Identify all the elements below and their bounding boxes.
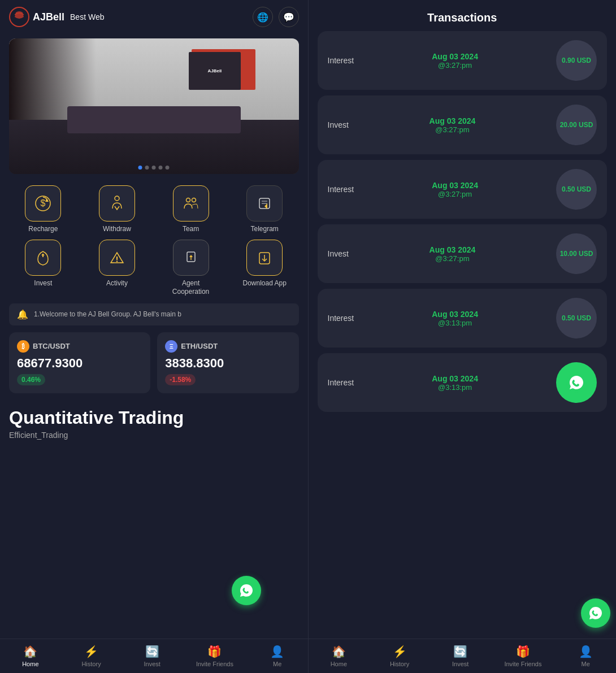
transactions-title: Transactions: [309, 0, 617, 31]
btc-change: 0.46%: [17, 374, 45, 385]
svg-point-4: [115, 196, 119, 201]
tx-left-4: Invest: [328, 249, 349, 258]
right-invest-icon: 🔄: [453, 645, 467, 658]
invest-nav-icon: 🔄: [145, 645, 159, 658]
globe-icon: 🌐: [257, 12, 268, 23]
chat-icon: 💬: [283, 12, 294, 23]
left-nav-me[interactable]: 👤 Me: [261, 645, 294, 667]
tx-date-4: Aug 03 2024: [430, 245, 476, 254]
right-nav-me[interactable]: 👤 Me: [569, 645, 602, 667]
svg-marker-3: [45, 198, 49, 202]
whatsapp-icon-right: [587, 604, 605, 622]
tx-type-5: Interest: [328, 314, 354, 323]
dot-5[interactable]: [166, 166, 170, 170]
banner: AJBell AJBell: [9, 38, 299, 174]
agent-cooperation-label: Agent Cooperation: [172, 279, 209, 297]
whatsapp-float-right[interactable]: [581, 598, 610, 628]
banner-aj-text: AJBell: [207, 68, 222, 73]
history-label: History: [81, 661, 101, 667]
tx-type-1: Interest: [328, 56, 354, 65]
tx-amount-2: 20.00 USD: [556, 105, 597, 145]
tx-left-1: Interest: [328, 56, 354, 65]
dot-4[interactable]: [159, 166, 163, 170]
right-nav-history[interactable]: ⚡ History: [383, 645, 417, 667]
activity-label: Activity: [106, 279, 128, 288]
transactions-list: Interest Aug 03 2024 @3:27:pm 0.90 USD I…: [309, 31, 617, 639]
btc-card[interactable]: ₿ BTC/USDT 68677.9300 0.46%: [9, 332, 150, 393]
tx-time-1: @3:27:pm: [432, 61, 478, 70]
quant-section: Quantitative Trading Efficient_Trading: [0, 400, 308, 639]
action-recharge[interactable]: $ Recharge: [9, 185, 77, 234]
svg-text:$: $: [41, 198, 46, 208]
withdraw-label: Withdraw: [103, 225, 131, 234]
btc-icon: ₿: [17, 340, 29, 353]
svg-marker-13: [189, 255, 193, 257]
activity-icon: [99, 240, 135, 276]
action-download-app[interactable]: Download App: [231, 240, 299, 297]
tx-time-5: @3:13:pm: [432, 319, 478, 327]
action-invest[interactable]: Invest: [9, 240, 77, 297]
action-withdraw[interactable]: Withdraw: [83, 185, 151, 234]
left-nav-invest[interactable]: 🔄 Invest: [135, 645, 169, 667]
history-icon: ⚡: [84, 645, 98, 658]
tx-date-2: Aug 03 2024: [430, 116, 476, 125]
svg-point-5: [186, 198, 190, 202]
btc-price: 68677.9300: [17, 356, 142, 371]
globe-button[interactable]: 🌐: [253, 7, 273, 27]
actions-grid: $ Recharge Withdraw: [0, 179, 308, 303]
recharge-icon: $: [25, 185, 61, 222]
home-label: Home: [22, 661, 38, 667]
right-bottom-nav: 🏠 Home ⚡ History 🔄 Invest 🎁 Invite Frien…: [309, 639, 617, 673]
tx-middle-2: Aug 03 2024 @3:27:pm: [430, 116, 476, 134]
tx-date-3: Aug 03 2024: [432, 181, 478, 190]
tx-type-6: Interest: [328, 378, 354, 387]
banner-dots: [138, 166, 170, 170]
left-nav-invite[interactable]: 🎁 Invite Friends: [196, 645, 233, 667]
invest-nav-label: Invest: [144, 661, 160, 667]
chat-button[interactable]: 💬: [279, 7, 299, 27]
right-history-icon: ⚡: [393, 645, 407, 658]
tx-left-3: Interest: [328, 185, 354, 194]
action-telegram[interactable]: Telegram: [231, 185, 299, 234]
invest-icon: [25, 240, 61, 276]
right-invite-label: Invite Friends: [504, 661, 541, 667]
team-icon: [173, 185, 209, 222]
whatsapp-float-left[interactable]: [232, 576, 261, 605]
right-nav-home[interactable]: 🏠 Home: [322, 645, 355, 667]
left-nav-home[interactable]: 🏠 Home: [14, 645, 47, 667]
action-activity[interactable]: Activity: [83, 240, 151, 297]
tx-amount-4: 10.00 USD: [556, 233, 597, 274]
dot-2[interactable]: [145, 166, 149, 170]
announcement-text: 1.Welcome to the AJ Bell Group. AJ Bell'…: [34, 310, 181, 318]
right-me-icon: 👤: [579, 645, 593, 658]
withdraw-icon: [99, 185, 135, 222]
left-bottom-nav: 🏠 Home ⚡ History 🔄 Invest 🎁 Invite Frien…: [0, 639, 308, 673]
invite-label: Invite Friends: [196, 661, 233, 667]
brand-name: AJBell: [33, 11, 64, 23]
tx-amount-3: 0.50 USD: [556, 169, 597, 210]
tx-date-1: Aug 03 2024: [432, 52, 478, 61]
transaction-item: Interest Aug 03 2024 @3:13:pm: [318, 353, 608, 412]
tx-amount-1: 0.90 USD: [556, 40, 597, 81]
right-nav-invite[interactable]: 🎁 Invite Friends: [504, 645, 541, 667]
dot-1[interactable]: [138, 166, 142, 170]
right-nav-invest[interactable]: 🔄 Invest: [444, 645, 478, 667]
tx-middle-5: Aug 03 2024 @3:13:pm: [432, 310, 478, 327]
dot-3[interactable]: [152, 166, 156, 170]
telegram-label: Telegram: [251, 225, 279, 234]
download-app-label: Download App: [242, 279, 286, 288]
eth-card[interactable]: Ξ ETH/USDT 3838.8300 -1.58%: [157, 332, 298, 393]
transaction-item: Invest Aug 03 2024 @3:27:pm 10.00 USD: [318, 224, 608, 283]
tx-time-3: @3:27:pm: [432, 190, 478, 198]
logo-icon: [9, 7, 29, 27]
banner-interior: AJBell AJBell: [9, 38, 299, 174]
tx-left-6: Interest: [328, 378, 354, 387]
right-history-label: History: [390, 661, 409, 667]
action-team[interactable]: Team: [157, 185, 225, 234]
quant-subtitle: Efficient_Trading: [9, 431, 299, 440]
action-agent-cooperation[interactable]: Agent Cooperation: [157, 240, 225, 297]
telegram-icon: [246, 185, 283, 222]
announcement: 🔔 1.Welcome to the AJ Bell Group. AJ Bel…: [9, 303, 299, 325]
crypto-cards: ₿ BTC/USDT 68677.9300 0.46% Ξ ETH/USDT 3…: [0, 325, 308, 400]
left-nav-history[interactable]: ⚡ History: [75, 645, 109, 667]
